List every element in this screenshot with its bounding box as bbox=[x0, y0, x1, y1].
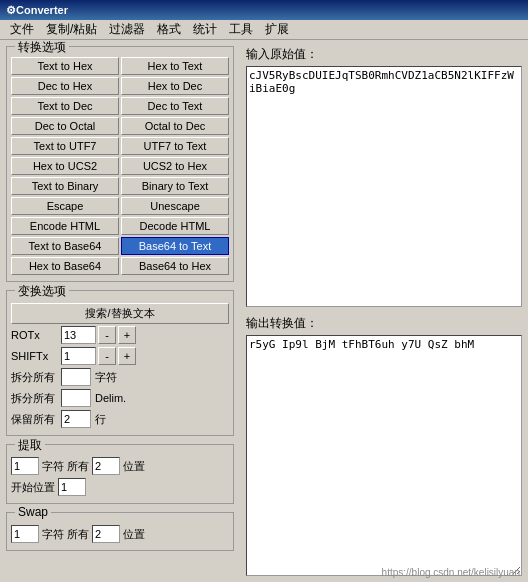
btn-hex-to-dec[interactable]: Hex to Dec bbox=[121, 77, 229, 95]
btn-hex-to-base64[interactable]: Hex to Base64 bbox=[11, 257, 119, 275]
extract-row-2: 开始位置 bbox=[11, 478, 229, 496]
menu-file[interactable]: 文件 bbox=[4, 19, 40, 40]
title-bar-text: Converter bbox=[16, 4, 68, 16]
extract-label2: 位置 bbox=[123, 459, 145, 474]
btn-encode-html[interactable]: Encode HTML bbox=[11, 217, 119, 235]
btn-text-to-hex[interactable]: Text to Hex bbox=[11, 57, 119, 75]
btn-text-to-binary[interactable]: Text to Binary bbox=[11, 177, 119, 195]
menu-format[interactable]: 格式 bbox=[151, 19, 187, 40]
shift-minus-btn[interactable]: - bbox=[98, 347, 116, 365]
rot-input[interactable] bbox=[61, 326, 96, 344]
btn-text-to-dec[interactable]: Text to Dec bbox=[11, 97, 119, 115]
split-row-1: 拆分所有 字符 bbox=[11, 368, 229, 386]
btn-octal-to-dec[interactable]: Octal to Dec bbox=[121, 117, 229, 135]
btn-hex-to-ucs2[interactable]: Hex to UCS2 bbox=[11, 157, 119, 175]
split-label-1: 拆分所有 bbox=[11, 370, 61, 385]
split-unit-2: Delim. bbox=[95, 392, 126, 404]
btn-text-to-base64[interactable]: Text to Base64 bbox=[11, 237, 119, 255]
split-unit-1: 字符 bbox=[95, 370, 117, 385]
btn-decode-html[interactable]: Decode HTML bbox=[121, 217, 229, 235]
rot-plus-btn[interactable]: + bbox=[118, 326, 136, 344]
keep-label: 保留所有 bbox=[11, 412, 61, 427]
input-label: 输入原始值： bbox=[246, 46, 522, 63]
swap-row-1: 字符 所有 位置 bbox=[11, 525, 229, 543]
btn-row-8: Escape Unescape bbox=[11, 197, 229, 215]
rot-row: ROTx - + bbox=[11, 326, 229, 344]
btn-text-to-utf7[interactable]: Text to UTF7 bbox=[11, 137, 119, 155]
btn-row-11: Hex to Base64 Base64 to Hex bbox=[11, 257, 229, 275]
shift-plus-btn[interactable]: + bbox=[118, 347, 136, 365]
main-container: 转换选项 Text to Hex Hex to Text Dec to Hex … bbox=[0, 40, 528, 582]
extract-val2[interactable] bbox=[92, 457, 120, 475]
keep-unit: 行 bbox=[95, 412, 106, 427]
btn-base64-to-text[interactable]: Base64 to Text bbox=[121, 237, 229, 255]
btn-base64-to-hex[interactable]: Base64 to Hex bbox=[121, 257, 229, 275]
btn-row-9: Encode HTML Decode HTML bbox=[11, 217, 229, 235]
swap-title: Swap bbox=[15, 505, 51, 519]
input-textarea[interactable]: cJV5RyBscDUIEJqTSB0RmhCVDZ1aCB5N2lKIFFzW… bbox=[246, 66, 522, 307]
shift-row: SHIFTx - + bbox=[11, 347, 229, 365]
btn-row-10: Text to Base64 Base64 to Text bbox=[11, 237, 229, 255]
search-replace-btn[interactable]: 搜索/替换文本 bbox=[11, 303, 229, 324]
extract-label1: 字符 所有 bbox=[42, 459, 89, 474]
menu-stats[interactable]: 统计 bbox=[187, 19, 223, 40]
left-panel: 转换选项 Text to Hex Hex to Text Dec to Hex … bbox=[0, 40, 240, 582]
swap-content: 字符 所有 位置 bbox=[11, 525, 229, 543]
btn-binary-to-text[interactable]: Binary to Text bbox=[121, 177, 229, 195]
shift-input[interactable] bbox=[61, 347, 96, 365]
output-label: 输出转换值： bbox=[246, 315, 522, 332]
btn-row-6: Hex to UCS2 UCS2 to Hex bbox=[11, 157, 229, 175]
menu-tools[interactable]: 工具 bbox=[223, 19, 259, 40]
btn-dec-to-hex[interactable]: Dec to Hex bbox=[11, 77, 119, 95]
menu-filter[interactable]: 过滤器 bbox=[103, 19, 151, 40]
options-group: 变换选项 搜索/替换文本 ROTx - + SHIFTx - + 拆分所有 bbox=[6, 290, 234, 436]
extract-start-val[interactable] bbox=[58, 478, 86, 496]
swap-val1[interactable] bbox=[11, 525, 39, 543]
rot-minus-btn[interactable]: - bbox=[98, 326, 116, 344]
menu-extend[interactable]: 扩展 bbox=[259, 19, 295, 40]
btn-ucs2-to-hex[interactable]: UCS2 to Hex bbox=[121, 157, 229, 175]
swap-section: Swap 字符 所有 位置 bbox=[6, 512, 234, 551]
conversion-group: 转换选项 Text to Hex Hex to Text Dec to Hex … bbox=[6, 46, 234, 282]
extract-start-label: 开始位置 bbox=[11, 480, 55, 495]
extract-content: 字符 所有 位置 开始位置 bbox=[11, 457, 229, 496]
swap-label2: 位置 bbox=[123, 527, 145, 542]
btn-hex-to-text[interactable]: Hex to Text bbox=[121, 57, 229, 75]
btn-row-1: Text to Hex Hex to Text bbox=[11, 57, 229, 75]
extract-section: 提取 字符 所有 位置 开始位置 bbox=[6, 444, 234, 504]
extract-row-1: 字符 所有 位置 bbox=[11, 457, 229, 475]
conversion-buttons: Text to Hex Hex to Text Dec to Hex Hex t… bbox=[11, 57, 229, 275]
extract-title: 提取 bbox=[15, 437, 45, 454]
keep-row: 保留所有 行 bbox=[11, 410, 229, 428]
keep-input[interactable] bbox=[61, 410, 91, 428]
swap-val2[interactable] bbox=[92, 525, 120, 543]
shift-label: SHIFTx bbox=[11, 350, 61, 362]
rot-label: ROTx bbox=[11, 329, 61, 341]
split-label-2: 拆分所有 bbox=[11, 391, 61, 406]
menu-bar: 文件 复制/粘贴 过滤器 格式 统计 工具 扩展 bbox=[0, 20, 528, 40]
btn-unescape[interactable]: Unescape bbox=[121, 197, 229, 215]
swap-label1: 字符 所有 bbox=[42, 527, 89, 542]
btn-row-3: Text to Dec Dec to Text bbox=[11, 97, 229, 115]
btn-dec-to-octal[interactable]: Dec to Octal bbox=[11, 117, 119, 135]
title-bar-icon: ⚙ bbox=[6, 4, 16, 17]
btn-dec-to-text[interactable]: Dec to Text bbox=[121, 97, 229, 115]
title-bar: ⚙ Converter bbox=[0, 0, 528, 20]
btn-escape[interactable]: Escape bbox=[11, 197, 119, 215]
menu-copy-paste[interactable]: 复制/粘贴 bbox=[40, 19, 103, 40]
extract-val1[interactable] bbox=[11, 457, 39, 475]
btn-row-7: Text to Binary Binary to Text bbox=[11, 177, 229, 195]
watermark: https://blog.csdn.net/kelisilyuan bbox=[382, 567, 520, 578]
split-input-1[interactable] bbox=[61, 368, 91, 386]
btn-row-2: Dec to Hex Hex to Dec bbox=[11, 77, 229, 95]
btn-utf7-to-text[interactable]: UTF7 to Text bbox=[121, 137, 229, 155]
btn-row-5: Text to UTF7 UTF7 to Text bbox=[11, 137, 229, 155]
options-content: 搜索/替换文本 ROTx - + SHIFTx - + 拆分所有 字符 bbox=[11, 303, 229, 428]
split-input-2[interactable] bbox=[61, 389, 91, 407]
split-row-2: 拆分所有 Delim. bbox=[11, 389, 229, 407]
right-panel: 输入原始值： cJV5RyBscDUIEJqTSB0RmhCVDZ1aCB5N2… bbox=[240, 40, 528, 582]
btn-row-4: Dec to Octal Octal to Dec bbox=[11, 117, 229, 135]
output-textarea[interactable]: r5yG Ip9l BjM tFhBT6uh y7U QsZ bhM bbox=[246, 335, 522, 576]
options-group-title: 变换选项 bbox=[15, 283, 69, 300]
conversion-group-title: 转换选项 bbox=[15, 40, 69, 56]
